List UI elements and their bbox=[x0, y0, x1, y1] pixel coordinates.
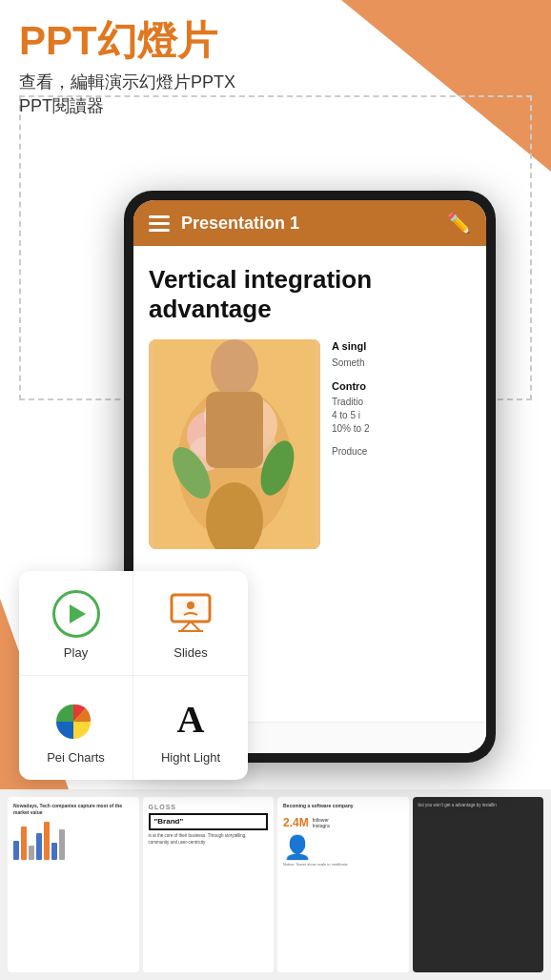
thumb-3-notice: Notice, flower show scale to certificate bbox=[283, 862, 403, 867]
thumb-3-person-icon: 👤 bbox=[283, 832, 403, 862]
play-icon bbox=[52, 590, 100, 638]
slide-col2-bold: Contro bbox=[332, 379, 471, 394]
font-highlight-icon: A bbox=[167, 695, 214, 743]
feature-cell-pei-charts[interactable]: Pei Charts bbox=[19, 676, 133, 780]
feature-cell-play[interactable]: Play bbox=[19, 571, 133, 676]
bg-decoration-top-right bbox=[341, 0, 551, 172]
hamburger-line-1 bbox=[149, 215, 170, 218]
toolbar-left: Presentation 1 bbox=[149, 214, 299, 234]
svg-point-10 bbox=[211, 339, 258, 397]
slide-text-columns: A singl Someth Contro Traditio4 to 5 i10… bbox=[332, 339, 471, 712]
thumbnail-4[interactable]: but you won't get a advantage by install… bbox=[413, 797, 544, 972]
bar-3 bbox=[29, 846, 34, 860]
thumb-1-chart bbox=[13, 822, 133, 860]
font-letter-a: A bbox=[177, 697, 205, 742]
slide-col1-bold: A singl bbox=[332, 339, 471, 354]
thumb-3-title: Becoming a software company bbox=[283, 803, 403, 809]
feature-grid: Play Slides bbox=[19, 571, 248, 780]
bar-6 bbox=[51, 843, 57, 860]
svg-point-14 bbox=[187, 602, 194, 609]
feature-label-play: Play bbox=[64, 645, 88, 660]
slides-icon bbox=[167, 590, 214, 638]
toolbar-title: Presentation 1 bbox=[181, 214, 299, 234]
thumb-2-text: is at the core of their business. Throug… bbox=[149, 833, 269, 846]
bar-5 bbox=[44, 822, 50, 860]
bar-2 bbox=[21, 827, 27, 860]
thumbnail-1[interactable]: Nowadays, Tech companies capture most of… bbox=[8, 797, 139, 972]
app-subtitle: 查看，編輯演示幻燈片PPTXPPT閱讀器 bbox=[19, 71, 235, 118]
thumb-2-badge: GLOSS bbox=[149, 803, 269, 811]
play-triangle bbox=[70, 604, 86, 623]
hamburger-line-2 bbox=[149, 222, 170, 225]
edit-icon[interactable]: ✏️ bbox=[447, 212, 471, 235]
feature-grid-container: Play Slides bbox=[19, 571, 248, 780]
thumbnail-strip: Nowadays, Tech companies capture most of… bbox=[0, 789, 551, 980]
slide-col3-text: Produce bbox=[332, 445, 471, 459]
slide-heading: Vertical integration advantage bbox=[149, 265, 471, 324]
thumb-4-text: but you won't get a advantage by install… bbox=[418, 803, 539, 808]
slide-col1-text: Someth bbox=[332, 357, 471, 370]
feature-label-pei-charts: Pei Charts bbox=[47, 750, 105, 765]
pie-chart-icon bbox=[52, 695, 100, 743]
thumbnail-2[interactable]: GLOSS "Brand" is at the core of their bu… bbox=[143, 797, 275, 972]
bar-4 bbox=[36, 833, 42, 860]
feature-label-slides: Slides bbox=[173, 645, 207, 660]
svg-rect-11 bbox=[206, 392, 263, 468]
thumb-3-subtext: followerInstagra bbox=[313, 817, 330, 829]
header-section: PPT幻燈片 查看，編輯演示幻燈片PPTXPPT閱讀器 bbox=[19, 19, 235, 119]
bar-1 bbox=[13, 841, 19, 860]
hamburger-line-3 bbox=[149, 229, 170, 232]
hamburger-icon[interactable] bbox=[149, 215, 170, 232]
play-circle bbox=[52, 590, 100, 638]
app-title: PPT幻燈片 bbox=[19, 19, 235, 63]
thumb-2-brand: "Brand" bbox=[149, 813, 269, 830]
feature-label-hight-light: Hight Light bbox=[161, 750, 220, 765]
thumb-3-stat: 2.4M bbox=[283, 816, 309, 831]
thumbnail-3[interactable]: Becoming a software company 2.4M followe… bbox=[277, 797, 409, 972]
app-toolbar: Presentation 1 ✏️ bbox=[133, 200, 486, 246]
bar-7 bbox=[59, 829, 65, 860]
slide-image bbox=[149, 339, 320, 549]
feature-cell-hight-light[interactable]: A Hight Light bbox=[133, 676, 248, 780]
feature-cell-slides[interactable]: Slides bbox=[133, 571, 248, 676]
slide-col2-text: Traditio4 to 5 i10% to 2 bbox=[332, 396, 471, 436]
flower-decoration bbox=[149, 339, 320, 549]
thumb-1-title: Nowadays, Tech companies capture most of… bbox=[13, 803, 133, 815]
